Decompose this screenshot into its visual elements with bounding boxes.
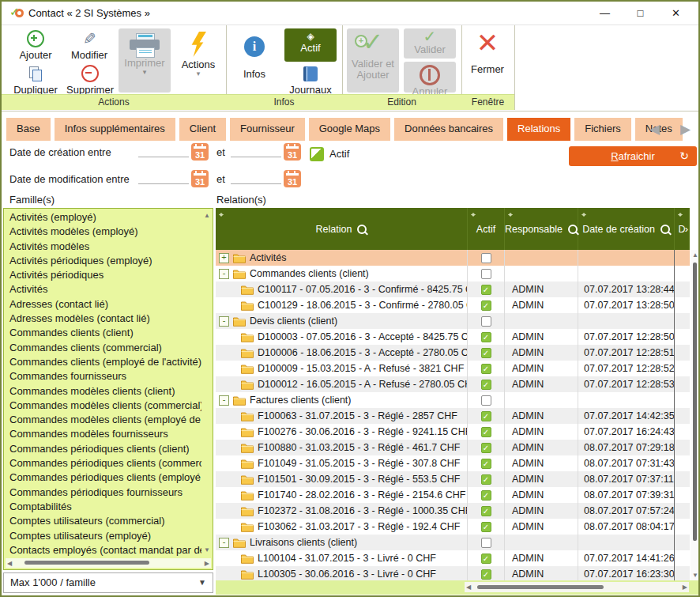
row-checkbox[interactable] — [481, 522, 491, 532]
date-creation-to-input[interactable] — [231, 142, 281, 157]
tab[interactable]: Client — [179, 118, 226, 141]
scroll-left-icon[interactable]: ◀ — [7, 560, 12, 567]
row-checkbox[interactable] — [481, 427, 491, 437]
tab[interactable]: Google Maps — [309, 118, 390, 141]
date-modification-to-input[interactable] — [231, 169, 281, 184]
row-checkbox[interactable] — [481, 269, 491, 279]
famille-list-item[interactable]: Comptes utilisateurs (employé) — [5, 529, 201, 543]
calendar-icon[interactable] — [284, 170, 301, 187]
famille-list-item[interactable]: Commandes modèles fournisseurs — [5, 427, 201, 441]
calendar-icon[interactable] — [191, 143, 209, 161]
column-header-actif[interactable]: Actif — [468, 208, 505, 250]
date-modification-from-input[interactable] — [138, 169, 189, 184]
scroll-down-icon[interactable]: ▼ — [204, 546, 210, 554]
scroll-up-icon[interactable]: ▲ — [204, 212, 210, 219]
famille-list-item[interactable]: Commandes périodiques fournisseurs — [5, 486, 201, 500]
tab[interactable]: Fournisseur — [230, 118, 305, 141]
famille-list-item[interactable]: Activités — [5, 282, 201, 297]
famille-list-item[interactable]: Commandes clients (commercial) — [5, 341, 201, 355]
famille-list-item[interactable]: Activités périodiques — [5, 268, 201, 282]
actif-checkbox[interactable] — [310, 147, 324, 161]
famille-horizontal-scrollbar[interactable]: ◀ ▶ — [6, 558, 211, 568]
dupliquer-button[interactable]: Dupliquer — [8, 65, 63, 96]
table-row[interactable]: F100063 - 31.07.2015 - 3 - Réglé - 2857 … — [216, 408, 690, 424]
famille-list-item[interactable]: Commandes clients (employé de l'activité… — [5, 355, 201, 369]
max-famille-select[interactable]: Max 1'000 / famille ▼ — [3, 572, 213, 593]
scroll-up-icon[interactable]: ▲ — [692, 251, 698, 259]
expander-icon[interactable]: - — [219, 269, 229, 279]
table-row[interactable]: C100117 - 07.05.2016 - 3 - Confirmé - 84… — [216, 281, 690, 297]
table-row[interactable]: F101049 - 31.05.2015 - 3 - Réglé - 307.8… — [216, 455, 690, 471]
scroll-left-icon[interactable]: ◀ — [466, 584, 471, 591]
table-row[interactable]: C100129 - 18.06.2015 - 3 - Confirmé - 27… — [216, 297, 690, 313]
table-row[interactable]: - Commandes clients (client) — [216, 266, 690, 281]
table-row[interactable]: L100104 - 31.07.2015 - 3 - Livré - 0 CHF… — [216, 550, 690, 566]
row-checkbox[interactable] — [481, 506, 491, 516]
expander-icon[interactable]: - — [219, 538, 229, 548]
row-checkbox[interactable] — [481, 332, 491, 342]
expander-icon[interactable]: - — [219, 316, 229, 327]
column-header-relation[interactable]: Relation — [216, 208, 468, 250]
table-row[interactable]: - Factures clients (client) — [216, 392, 690, 408]
row-checkbox[interactable] — [481, 459, 491, 469]
close-button[interactable]: ✕ — [658, 2, 694, 25]
expander-icon[interactable]: + — [219, 253, 229, 263]
infos-button[interactable]: i Infos — [234, 36, 275, 80]
famille-list-item[interactable]: Commandes périodiques clients (commercia… — [5, 456, 201, 470]
row-checkbox[interactable] — [481, 411, 491, 421]
tab[interactable]: Relations — [507, 118, 570, 141]
famille-list-item[interactable]: Activités modèles (employé) — [5, 225, 201, 239]
tab[interactable]: Base — [6, 118, 51, 141]
imprimer-button[interactable]: Imprimer ▾ — [119, 28, 171, 93]
table-horizontal-scrollbar[interactable]: ◀ ▶ — [465, 582, 689, 592]
rafraichir-button[interactable]: Rafraichir ↻ — [569, 146, 697, 166]
actions-button[interactable]: Actions ▾ — [175, 28, 221, 93]
table-row[interactable]: F102372 - 31.08.2016 - 3 - Réglé - 1000.… — [216, 503, 690, 519]
maximize-button[interactable]: □ — [623, 2, 658, 25]
row-checkbox[interactable] — [481, 316, 491, 327]
famille-list-item[interactable]: Activités (employé) — [5, 210, 201, 225]
row-checkbox[interactable] — [481, 569, 491, 580]
row-checkbox[interactable] — [481, 300, 491, 311]
row-checkbox[interactable] — [481, 395, 491, 406]
table-row[interactable]: - Devis clients (client) — [216, 313, 690, 329]
table-row[interactable]: F101740 - 28.02.2016 - 3 - Réglé - 2154.… — [216, 487, 690, 503]
column-header-responsable[interactable]: Responsable — [505, 208, 578, 250]
table-row[interactable]: F101501 - 30.09.2015 - 3 - Réglé - 553.5… — [216, 471, 690, 487]
row-checkbox[interactable] — [481, 443, 491, 453]
table-row[interactable]: D100009 - 15.03.2015 - A - Refusé - 3821… — [216, 361, 690, 376]
famille-list-item[interactable]: Comptabilités — [5, 500, 201, 514]
row-checkbox[interactable] — [481, 364, 491, 374]
famille-list-item[interactable]: Adresses modèles (contact lié) — [5, 312, 201, 326]
supprimer-button[interactable]: Supprimer — [63, 65, 117, 96]
annuler-button[interactable]: Annuler — [404, 62, 456, 93]
table-row[interactable]: + Activités — [216, 250, 690, 266]
famille-list-item[interactable]: Commandes modèles clients (employé de l'… — [5, 413, 201, 427]
famille-list-item[interactable]: Commandes fournisseurs — [5, 369, 201, 384]
table-vertical-scrollbar[interactable]: ▲ ▼ — [691, 250, 700, 580]
table-row[interactable]: D100003 - 07.05.2016 - 3 - Accepté - 842… — [216, 329, 690, 345]
valider-et-ajouter-button[interactable]: ✓ + Valider et Ajouter — [347, 28, 399, 93]
row-checkbox[interactable] — [481, 474, 491, 485]
table-row[interactable]: F103062 - 31.03.2017 - 3 - Réglé - 192.4… — [216, 519, 690, 535]
famille-list-item[interactable]: Commandes périodiques clients (client) — [5, 442, 201, 456]
tab[interactable]: Données bancaires — [394, 118, 503, 141]
row-checkbox[interactable] — [481, 285, 491, 295]
row-checkbox[interactable] — [481, 490, 491, 501]
expander-icon[interactable]: - — [219, 395, 229, 406]
scrollbar-thumb[interactable] — [477, 585, 604, 589]
tab[interactable]: Infos supplémentaires — [55, 118, 175, 141]
table-row[interactable]: F100276 - 30.06.2016 - 3 - Réglé - 9241.… — [216, 424, 690, 440]
valider-button[interactable]: ✓ Valider — [404, 28, 456, 59]
search-icon[interactable] — [660, 225, 670, 234]
table-row[interactable]: L100305 - 30.06.2016 - 3 - Livré - 0 CHF… — [216, 566, 690, 580]
table-row[interactable]: F100880 - 31.03.2015 - 3 - Réglé - 461.7… — [216, 440, 690, 455]
tab[interactable]: Fichiers — [574, 118, 631, 141]
row-checkbox[interactable] — [481, 348, 491, 358]
column-header-date-creation[interactable]: Date de création — [578, 208, 675, 250]
fermer-button[interactable]: ✕ Fermer — [463, 28, 512, 75]
search-icon[interactable] — [568, 225, 578, 234]
calendar-icon[interactable] — [284, 143, 301, 161]
column-header-next[interactable]: D › — [675, 208, 690, 250]
table-row[interactable]: D100012 - 16.05.2015 - A - Refusé - 2780… — [216, 376, 690, 392]
